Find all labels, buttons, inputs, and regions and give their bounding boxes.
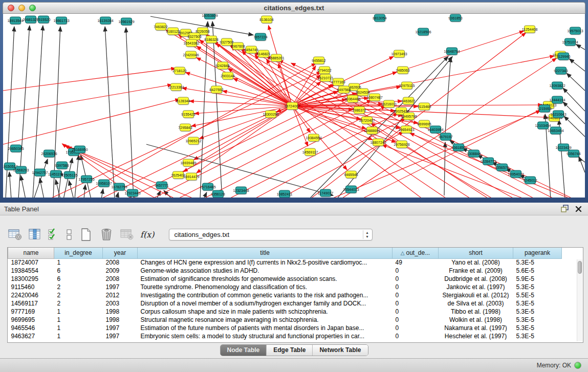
column-header-title[interactable]: title bbox=[138, 248, 393, 258]
graph-node[interactable]: 8679197 bbox=[439, 133, 452, 141]
graph-node[interactable]: 7295843 bbox=[178, 124, 192, 132]
cell-out_de...[interactable]: 0 bbox=[393, 316, 439, 324]
cell-out_de...[interactable]: 0 bbox=[393, 283, 439, 291]
cell-pagerank[interactable]: 5.3E-5 bbox=[513, 299, 562, 308]
graph-node[interactable]: 20650345 bbox=[8, 145, 24, 153]
table-row[interactable]: 946554611997Estimation of the future num… bbox=[8, 324, 577, 332]
graph-node[interactable]: 7485063 bbox=[396, 67, 409, 75]
float-panel-icon[interactable] bbox=[561, 205, 569, 214]
select-columns-button[interactable] bbox=[29, 228, 41, 240]
cell-pagerank[interactable]: 5.6E-5 bbox=[513, 267, 562, 275]
cell-out_de...[interactable]: 0 bbox=[393, 275, 439, 283]
graph-node[interactable]: 10965212 bbox=[185, 137, 201, 145]
graph-node[interactable]: 16053809 bbox=[202, 14, 217, 20]
cell-pagerank[interactable]: 5.5E-5 bbox=[513, 291, 562, 299]
cell-year[interactable]: 1998 bbox=[103, 316, 138, 324]
graph-node[interactable]: 12923443 bbox=[124, 189, 140, 198]
graph-node[interactable]: 6497568 bbox=[337, 86, 351, 94]
cell-title[interactable]: Investigating the contribution of common… bbox=[138, 291, 393, 299]
table-scrollbar[interactable] bbox=[577, 259, 582, 341]
cell-short[interactable]: Hescheler et al. (1997) bbox=[439, 332, 513, 340]
cell-pagerank[interactable]: 5.3E-5 bbox=[513, 316, 562, 324]
cell-title[interactable]: Genome-wide association studies in ADHD. bbox=[138, 267, 393, 275]
graph-node[interactable]: 9227343 bbox=[554, 67, 568, 75]
graph-node[interactable]: 10852411 bbox=[277, 190, 293, 198]
cell-year[interactable]: 2008 bbox=[103, 258, 138, 267]
cell-in_degree[interactable]: 6 bbox=[54, 267, 103, 275]
cell-year[interactable]: 2008 bbox=[103, 275, 138, 283]
column-header-short[interactable]: short bbox=[439, 248, 513, 258]
graph-node[interactable]: 15751074 bbox=[562, 38, 578, 47]
cell-name[interactable]: 19384554 bbox=[8, 267, 54, 275]
graph-node[interactable]: 9361853 bbox=[448, 14, 462, 23]
cell-short[interactable]: Wolkin et al. (1998) bbox=[439, 316, 513, 324]
tab-node-table[interactable]: Node Table bbox=[220, 345, 267, 356]
table-row[interactable]: 977716911998Corpus callosum shape and si… bbox=[8, 308, 577, 316]
graph-node[interactable]: 12505135 bbox=[61, 171, 77, 180]
table-row[interactable]: 946362711997Embryonic stem cells: a mode… bbox=[8, 332, 577, 340]
graph-node[interactable]: 18913544 bbox=[7, 17, 23, 25]
cell-year[interactable]: 1997 bbox=[103, 324, 138, 332]
minimize-window-button[interactable] bbox=[18, 5, 25, 11]
cell-title[interactable]: Disruption of a novel member of a sodium… bbox=[138, 299, 393, 308]
cell-title[interactable]: Tourette syndrome. Phenomenology and cla… bbox=[138, 283, 393, 291]
graph-node[interactable]: 10284773 bbox=[480, 158, 496, 166]
graph-node[interactable]: 19218506 bbox=[415, 28, 431, 36]
column-header-in-degree[interactable]: in_degree bbox=[54, 248, 103, 258]
graph-node[interactable]: 12213363 bbox=[168, 83, 184, 92]
graph-node[interactable]: 14569117 bbox=[302, 148, 318, 157]
cell-name[interactable]: 9463627 bbox=[8, 332, 54, 340]
graph-node[interactable]: 9463627 bbox=[401, 97, 415, 105]
graph-node[interactable]: 11749037 bbox=[318, 189, 334, 198]
table-row[interactable]: 1872400712008Changes of HCN gene express… bbox=[8, 258, 577, 267]
graph-node[interactable]: 9155425 bbox=[181, 111, 195, 119]
cell-short[interactable]: Dudbridge et al. (2008) bbox=[439, 275, 513, 283]
graph-node[interactable]: 19861733 bbox=[53, 17, 69, 25]
graph-node[interactable]: 19575013 bbox=[567, 27, 583, 35]
cell-short[interactable]: Tibbo et al. (1998) bbox=[439, 308, 513, 316]
cell-title[interactable]: Estimation of the future numbers of pati… bbox=[138, 324, 393, 332]
table-selector-dropdown[interactable]: citations_edges.txt ▴▾ bbox=[169, 229, 373, 240]
cell-year[interactable]: 1997 bbox=[103, 283, 138, 291]
table-row[interactable]: 1938455462009Genome-wide association stu… bbox=[8, 267, 577, 275]
graph-node[interactable]: 16914479 bbox=[183, 173, 199, 181]
cell-in_degree[interactable]: 1 bbox=[54, 258, 103, 267]
cell-name[interactable]: 9777169 bbox=[8, 308, 54, 316]
graph-node[interactable]: 11254408 bbox=[522, 26, 538, 34]
cell-pagerank[interactable]: 5.3E-5 bbox=[513, 283, 562, 291]
cell-out_de...[interactable]: 49 bbox=[393, 258, 439, 267]
cell-pagerank[interactable]: 5.3E-5 bbox=[513, 324, 562, 332]
table-row[interactable]: 911546021997Tourette syndrome. Phenomeno… bbox=[8, 283, 577, 291]
select-all-rows-button[interactable] bbox=[48, 228, 59, 241]
graph-node[interactable]: 9215953 bbox=[537, 105, 551, 113]
graph-node[interactable]: 16403954 bbox=[427, 126, 443, 134]
graph-node[interactable]: 9777169 bbox=[331, 78, 345, 86]
graph-node[interactable]: 2967608 bbox=[231, 42, 245, 51]
table-scrollbar-thumb[interactable] bbox=[578, 261, 582, 274]
cell-name[interactable]: 9115460 bbox=[8, 283, 54, 291]
graph-node[interactable]: 16139284 bbox=[97, 17, 113, 25]
graph-node[interactable]: 10561929 bbox=[118, 18, 134, 26]
graph-node[interactable]: 20206576 bbox=[41, 150, 57, 158]
cell-title[interactable]: Structural magnetic resonance image aver… bbox=[138, 316, 393, 324]
table-settings-button[interactable] bbox=[8, 228, 22, 240]
cell-name[interactable]: 9699695 bbox=[8, 316, 54, 324]
graph-node[interactable]: 9160123 bbox=[166, 28, 180, 36]
column-header-year[interactable]: year bbox=[103, 248, 138, 258]
graph-node[interactable]: 16648794 bbox=[444, 48, 460, 56]
graph-node[interactable]: 15885201 bbox=[268, 54, 284, 62]
graph-node[interactable]: 11568293 bbox=[13, 166, 29, 174]
cell-out_de...[interactable]: 0 bbox=[393, 299, 439, 308]
graph-node[interactable]: 9455812 bbox=[312, 57, 325, 65]
cell-pagerank[interactable]: 5.9E-5 bbox=[513, 275, 562, 283]
graph-node[interactable]: 8813054 bbox=[373, 14, 386, 23]
graph-node[interactable]: 10954022 bbox=[508, 170, 524, 179]
graph-node[interactable]: 10653454 bbox=[548, 127, 563, 135]
graph-node[interactable]: 6794022 bbox=[317, 67, 331, 75]
column-header-pagerank[interactable]: pagerank bbox=[513, 248, 562, 258]
window-titlebar[interactable]: citations_edges.txt bbox=[3, 2, 585, 14]
graph-node[interactable]: 12975115 bbox=[399, 82, 415, 90]
cell-pagerank[interactable]: 5.3E-5 bbox=[513, 332, 562, 340]
cell-short[interactable]: Franke et al. (2009) bbox=[439, 267, 513, 275]
cell-name[interactable]: 18724007 bbox=[8, 258, 54, 267]
